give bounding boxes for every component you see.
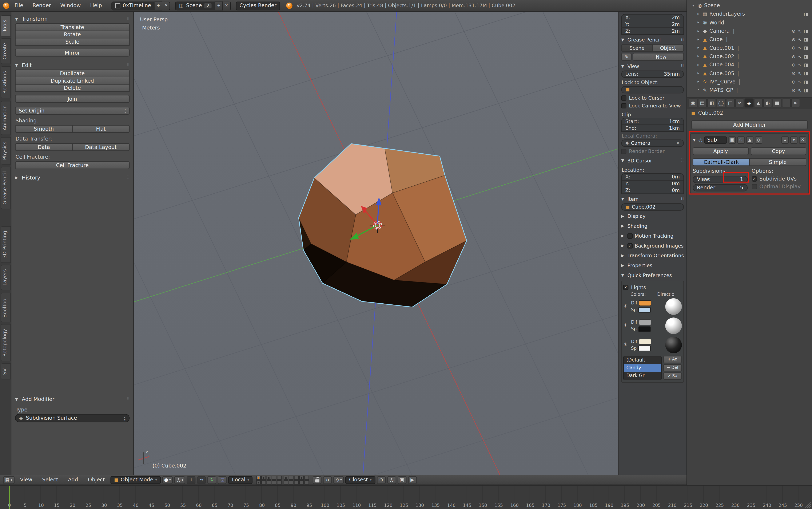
copy-button[interactable]: Copy	[750, 147, 806, 155]
panel-checkbox[interactable]	[627, 243, 633, 248]
render-subdivisions-field[interactable]: Render: 5	[693, 184, 748, 191]
preset-op-button[interactable]: ✓Sa	[663, 372, 682, 379]
data-layout-button[interactable]: Data Layout	[72, 143, 130, 151]
modifier-expand-icon[interactable]: ▼	[693, 138, 697, 142]
tab-constraints[interactable]: ∞	[735, 99, 744, 107]
preset-list-item[interactable]: Dark Gr	[624, 372, 661, 379]
snap-target-dropdown[interactable]: Closest ▾	[345, 476, 375, 484]
renderability-icon[interactable]: ◨	[803, 12, 809, 16]
tab-world[interactable]: ◯	[717, 99, 726, 107]
selectability-icon[interactable]: ↖	[797, 37, 803, 42]
dimension-field[interactable]: Z:2m	[621, 28, 684, 35]
tab-material[interactable]: ◐	[763, 99, 772, 107]
snap-element-dropdown[interactable]: ◇▾	[333, 476, 344, 484]
shelf-tab[interactable]: BoolTool	[1, 293, 11, 322]
tab-physics[interactable]: ≈	[791, 99, 800, 107]
clip-field[interactable]: Start:1cm	[621, 118, 684, 125]
shade-smooth-button[interactable]: Smooth	[15, 125, 72, 133]
outliner-row[interactable]: ▸ ◉ World ⊙ ↖ ◨	[689, 19, 810, 27]
outliner-row[interactable]: ▸ ▲ Cube | ⊙ ↖ ◨	[689, 35, 810, 44]
translate-manipulator-button[interactable]: ↔	[197, 476, 206, 484]
pivot-dropdown[interactable]: ◎▾	[175, 476, 185, 484]
view-panel-header[interactable]: ▼ View ⠿	[621, 62, 684, 71]
panel-checkbox[interactable]	[627, 233, 633, 238]
shelf-tab[interactable]: Grease Pencil	[1, 167, 11, 209]
specular-color-swatch[interactable]	[638, 345, 651, 351]
outliner-row[interactable]: ▸ ▤ RenderLayers ⊙ ↖ ◨	[689, 10, 810, 19]
renderability-icon[interactable]: ◨	[803, 71, 809, 76]
collapsed-panel-header[interactable]: ▶ Properties	[621, 261, 684, 270]
cell-fracture-button[interactable]: Cell Fracture	[15, 161, 130, 169]
tab-modifiers[interactable]: ◈	[745, 99, 753, 107]
tab-render[interactable]: ◉	[689, 99, 698, 107]
light-direction-sphere[interactable]	[665, 336, 682, 353]
diffuse-color-swatch[interactable]	[639, 339, 651, 344]
gp-new-layer-button[interactable]: + New	[633, 53, 684, 61]
transform-panel-header[interactable]: ▼ Transform ⠿	[15, 15, 130, 23]
viewport-canvas[interactable]: z	[134, 12, 686, 475]
visibility-icon[interactable]: ⊙	[791, 37, 797, 42]
modifier-delete-button[interactable]: ✕	[799, 137, 806, 144]
cursor-location-field[interactable]: Y:0m	[621, 180, 684, 187]
selectability-icon[interactable]: ↖	[797, 54, 803, 59]
outliner-row[interactable]: ▸ ▲ Cube.002 | ⊙ ↖ ◨	[689, 52, 810, 61]
selectability-icon[interactable]: ↖	[797, 71, 803, 76]
tab-texture[interactable]: ▩	[773, 99, 781, 107]
orientation-dropdown[interactable]: Local ▾	[228, 476, 253, 484]
manipulator-toggle[interactable]: +	[187, 476, 196, 484]
preset-op-button[interactable]: +Ad	[663, 355, 682, 363]
tab-render-layers[interactable]: ▤	[698, 99, 707, 107]
transform-tool-button[interactable]: Translate	[15, 23, 130, 31]
shelf-tab[interactable]: Layers	[1, 265, 11, 291]
preset-list-item[interactable]: Candy	[624, 364, 661, 372]
renderability-icon[interactable]: ◨	[803, 46, 809, 50]
modifier-move-up-button[interactable]: ▴	[781, 137, 789, 144]
modifier-move-down-button[interactable]: ▾	[790, 137, 798, 144]
local-camera-field[interactable]: ◆ Camera ✕	[621, 139, 684, 146]
add-layout-button[interactable]: +	[155, 1, 163, 10]
shelf-tab[interactable]: Animation	[1, 101, 11, 135]
lock-camera-checkbox[interactable]	[621, 103, 627, 108]
tab-object-data[interactable]: ▲	[754, 99, 763, 107]
cursor-location-field[interactable]: Z:0m	[621, 186, 684, 194]
collapsed-panel-header[interactable]: ▶ Shading	[621, 222, 684, 230]
subdivide-uvs-row[interactable]: Subdivide UVs	[751, 175, 806, 183]
clip-field[interactable]: End:1km	[621, 125, 684, 132]
cursor-panel-header[interactable]: ▼ 3D Cursor ⠿	[621, 156, 684, 165]
expand-icon[interactable]: ▸	[696, 29, 701, 33]
topbar-menu[interactable]: Help	[86, 0, 106, 11]
viewport-shading-dropdown[interactable]: ●▾	[162, 476, 173, 484]
modifier-render-toggle[interactable]: ▣	[729, 137, 736, 144]
topbar-menu[interactable]: File	[10, 0, 27, 11]
lights-row[interactable]: Lights	[623, 283, 682, 291]
expand-icon[interactable]: ▸	[696, 21, 701, 25]
lights-checkbox[interactable]	[623, 284, 629, 290]
expand-icon[interactable]: •	[696, 89, 701, 92]
catmull-clark-button[interactable]: Catmull-Clark	[693, 158, 750, 166]
set-origin-dropdown[interactable]: Set Origin ▴▾	[15, 107, 130, 114]
simple-button[interactable]: Simple	[749, 158, 806, 166]
lock-to-object-field[interactable]: ■	[621, 86, 684, 93]
opengl-render-anim-button[interactable]: ▶	[408, 476, 417, 484]
scene-users-badge[interactable]: 2	[205, 3, 211, 8]
tab-object[interactable]: □	[726, 99, 735, 107]
expand-icon[interactable]: ▾	[691, 4, 695, 8]
light-direction-sphere[interactable]	[665, 298, 682, 315]
screen-layout-field[interactable]: 0xTimeline	[111, 1, 154, 10]
selectability-icon[interactable]: ↖	[797, 88, 803, 93]
edit-panel-header[interactable]: ▼ Edit ⠿	[15, 61, 130, 70]
rotate-manipulator-button[interactable]: ↻	[208, 476, 216, 484]
blender-logo-icon[interactable]	[3, 3, 9, 9]
timeline[interactable]: 0510152025303540455055606570758085909510…	[0, 485, 812, 509]
collapsed-panel-header[interactable]: ▶ Display	[621, 212, 684, 220]
cursor-location-field[interactable]: X:0m	[621, 173, 684, 180]
shelf-tab[interactable]: 3D Printing	[1, 226, 11, 263]
outliner-row[interactable]: • ✎ MATS_GP | ⊙ ↖ ◨	[689, 86, 810, 95]
grease-pencil-header[interactable]: ▼ Grease Pencil ⠿	[621, 35, 684, 44]
frame-ruler[interactable]: 0510152025303540455055606570758085909510…	[1, 503, 806, 507]
expand-icon[interactable]: ▸	[696, 46, 701, 50]
viewport-menu[interactable]: Object	[84, 475, 109, 484]
shelf-tab[interactable]: SV	[1, 364, 11, 379]
lock-to-cursor-checkbox[interactable]	[621, 96, 627, 101]
modifier-cage-toggle[interactable]: ◇	[755, 137, 762, 144]
